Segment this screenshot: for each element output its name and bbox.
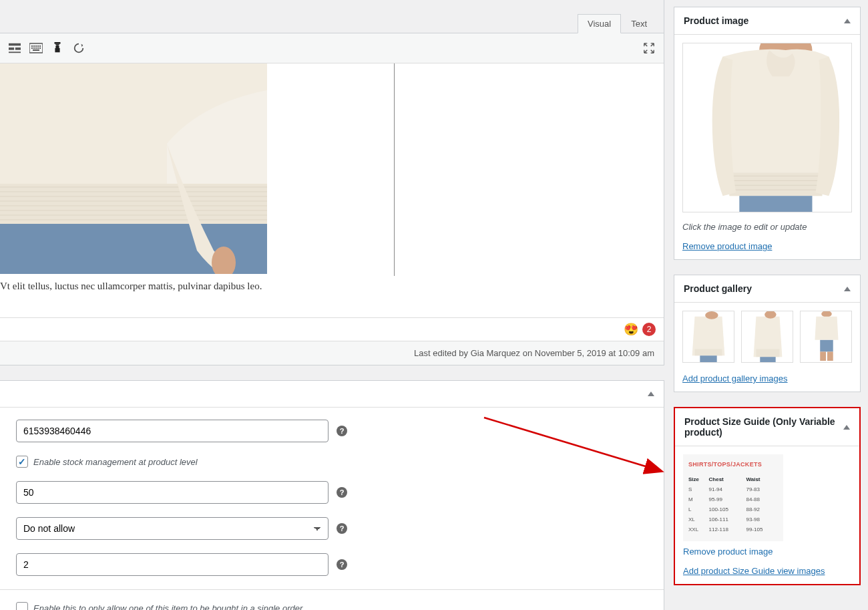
svg-rect-51 (820, 340, 833, 352)
remove-product-image-link[interactable]: Remove product image (682, 241, 772, 251)
svg-rect-10 (31, 47, 33, 49)
sold-individually-label: Enable this to only allow one of this it… (33, 603, 302, 611)
svg-point-50 (821, 311, 832, 317)
svg-rect-43 (700, 355, 716, 362)
svg-rect-17 (55, 44, 59, 45)
collapse-icon[interactable] (843, 425, 850, 430)
svg-rect-19 (55, 48, 59, 52)
last-edited-text: Last edited by Gia Marquez on November 5… (0, 341, 664, 365)
product-image-thumb[interactable] (682, 43, 852, 212)
svg-rect-53 (827, 351, 833, 361)
tab-visual[interactable]: Visual (578, 14, 621, 33)
editor-text: Vt elit tellus, luctus nec ullamcorper m… (0, 274, 664, 300)
product-image-metabox: Product image Click the image to edit or… (674, 7, 861, 260)
svg-rect-2 (15, 47, 21, 50)
svg-rect-6 (33, 45, 35, 47)
sold-individually-checkbox[interactable] (16, 602, 28, 610)
block-icon[interactable] (7, 40, 23, 56)
stock-mgmt-checkbox[interactable] (16, 456, 28, 468)
svg-rect-42 (695, 349, 722, 356)
svg-rect-5 (31, 45, 33, 47)
product-data-metabox: ? Enable stock management at product lev… (0, 380, 664, 610)
editor-tabs: Visual Text (0, 0, 664, 33)
svg-rect-16 (55, 42, 61, 44)
size-guide-metabox: Product Size Guide (Only Variable produc… (674, 407, 861, 585)
svg-rect-9 (39, 45, 41, 47)
gallery-thumb[interactable] (741, 311, 793, 363)
svg-rect-14 (39, 47, 41, 49)
svg-rect-15 (33, 49, 39, 51)
svg-rect-0 (9, 43, 21, 46)
svg-rect-40 (739, 196, 812, 212)
count-badge: 2 (642, 323, 656, 336)
stock-mgmt-label: Enable stock management at product level (33, 457, 198, 467)
heart-eyes-emoji[interactable]: 😍 (624, 322, 638, 337)
collapse-icon[interactable] (844, 19, 851, 23)
keyboard-icon[interactable] (28, 40, 44, 56)
svg-rect-8 (37, 45, 39, 47)
help-icon[interactable]: ? (337, 487, 347, 498)
svg-rect-1 (9, 47, 14, 50)
add-size-guide-link[interactable]: Add product Size Guide view images (683, 566, 825, 576)
help-icon[interactable]: ? (337, 426, 347, 436)
product-gallery-metabox: Product gallery Add product gallery imag… (674, 275, 861, 392)
size-guide-title: Product Size Guide (Only Variable produc… (684, 416, 843, 438)
chart-title: SHIRTS/TOPS/JACKETS (688, 461, 778, 468)
remove-size-guide-link[interactable]: Remove product image (683, 547, 773, 557)
svg-point-48 (765, 311, 777, 319)
gallery-thumb[interactable] (800, 311, 852, 363)
sku-input[interactable] (16, 420, 329, 442)
editor-content[interactable]: Vt elit tellus, luctus nec ullamcorper m… (0, 63, 664, 317)
low-stock-input[interactable] (16, 553, 329, 576)
svg-point-44 (705, 311, 718, 319)
tab-text[interactable]: Text (621, 14, 657, 33)
backorder-select[interactable]: Do not allow (16, 517, 329, 540)
editor-toolbar (0, 33, 664, 63)
add-gallery-images-link[interactable]: Add product gallery images (682, 373, 788, 384)
content-product-image[interactable] (0, 63, 267, 274)
refresh-icon[interactable] (71, 40, 87, 56)
svg-rect-46 (756, 349, 779, 357)
product-gallery-title: Product gallery (684, 283, 752, 294)
svg-rect-11 (33, 47, 35, 49)
svg-rect-52 (820, 351, 826, 361)
size-chart-table: SizeChestWaist S91-9479-83M95-9984-88L10… (688, 474, 778, 535)
gallery-thumb[interactable] (682, 311, 734, 363)
collapse-icon[interactable] (648, 392, 654, 396)
help-icon[interactable]: ? (337, 559, 347, 570)
svg-rect-3 (9, 51, 21, 53)
person-icon[interactable] (49, 40, 65, 56)
svg-rect-12 (35, 47, 37, 49)
stock-qty-input[interactable] (16, 481, 329, 504)
emoji-bar: 😍 2 (0, 317, 664, 341)
svg-rect-7 (35, 45, 37, 47)
svg-rect-13 (37, 47, 39, 49)
size-guide-thumb[interactable]: SHIRTS/TOPS/JACKETS SizeChestWaist S91-9… (683, 454, 783, 541)
fullscreen-icon[interactable] (641, 40, 657, 56)
product-image-title: Product image (684, 15, 748, 26)
help-icon[interactable]: ? (337, 523, 347, 534)
svg-rect-47 (760, 357, 775, 362)
collapse-icon[interactable] (844, 287, 851, 291)
svg-rect-21 (0, 184, 267, 224)
product-image-caption: Click the image to edit or update (682, 222, 852, 232)
